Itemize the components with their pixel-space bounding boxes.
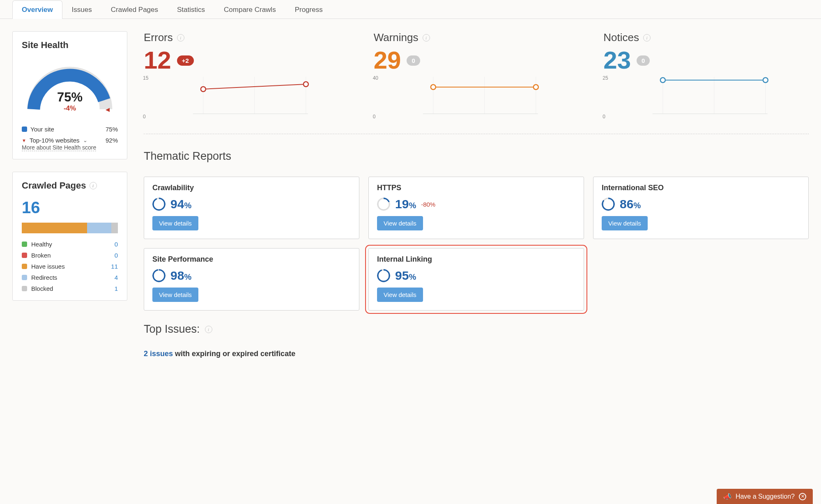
crawled-pages-value: 4	[115, 274, 118, 281]
square-icon	[22, 286, 27, 291]
crawled-pages-row[interactable]: Broken 0	[22, 252, 118, 259]
stat-warnings: Warnings i 29 0 40 0	[374, 31, 579, 118]
square-icon	[22, 253, 27, 258]
axis-label: 15	[143, 75, 148, 81]
crawled-pages-label: Blocked	[31, 285, 53, 292]
axis-label: 0	[373, 114, 376, 120]
report-percent: 95%	[395, 269, 416, 283]
crawled-pages-bar-segment	[22, 223, 87, 233]
info-icon[interactable]: i	[205, 326, 212, 333]
svg-point-19	[660, 78, 665, 83]
crawled-pages-bar	[22, 223, 118, 233]
site-health-delta: -4%	[22, 104, 118, 113]
legend-value: 92%	[106, 137, 118, 144]
errors-chart: 15 0	[144, 77, 349, 118]
tab-crawled-pages[interactable]: Crawled Pages	[101, 0, 168, 19]
crawled-pages-card: Crawled Pages i 16 Healthy 0 Broken 0 Ha…	[12, 172, 127, 301]
tab-progress[interactable]: Progress	[285, 0, 332, 19]
crawled-pages-row[interactable]: Blocked 1	[22, 285, 118, 292]
top-issue-row[interactable]: 2 issues with expiring or expired certif…	[144, 350, 809, 358]
donut-icon	[377, 198, 390, 211]
crawled-pages-row[interactable]: Have issues 11	[22, 263, 118, 270]
crawled-pages-title: Crawled Pages	[22, 180, 86, 191]
crawled-pages-label: Healthy	[31, 241, 52, 248]
square-icon	[22, 275, 27, 280]
report-title: Crawlability	[152, 184, 351, 192]
axis-label: 0	[143, 114, 146, 120]
svg-point-5	[201, 87, 206, 92]
crawled-pages-value: 0	[115, 241, 118, 248]
tab-statistics[interactable]: Statistics	[168, 0, 214, 19]
square-icon	[22, 242, 27, 247]
tab-issues[interactable]: Issues	[62, 0, 101, 19]
report-card: Internal Linking 95% View details	[368, 248, 584, 311]
view-details-button[interactable]: View details	[152, 216, 198, 230]
crawled-pages-value: 1	[115, 285, 118, 292]
info-icon[interactable]: i	[423, 34, 430, 41]
crawled-pages-bar-segment	[87, 223, 111, 233]
crawled-pages-label: Broken	[31, 252, 51, 259]
chevron-down-icon: ⌄	[83, 137, 87, 143]
donut-icon	[152, 269, 166, 282]
crawled-pages-label: Redirects	[31, 274, 57, 281]
thematic-reports-grid: Crawlability 94% View details HTTPS 19% …	[144, 177, 809, 311]
view-details-button[interactable]: View details	[152, 288, 198, 302]
axis-label: 25	[603, 75, 608, 81]
site-health-card: Site Health 75% -4% ◀ Your site 75% ▼	[12, 31, 127, 159]
legend-label: Your site	[30, 126, 54, 133]
donut-icon	[602, 198, 615, 211]
stat-badge: +2	[177, 55, 194, 66]
svg-point-12	[431, 85, 436, 90]
report-percent: 94%	[170, 197, 191, 211]
report-title: Internal Linking	[377, 255, 575, 264]
crawled-pages-row[interactable]: Redirects 4	[22, 274, 118, 281]
report-percent: 86%	[620, 197, 641, 211]
stat-value: 29	[374, 48, 401, 73]
report-card: International SEO 86% View details	[593, 177, 809, 239]
top-issue-text: with expiring or expired certificate	[173, 350, 295, 358]
crawled-pages-row[interactable]: Healthy 0	[22, 241, 118, 248]
legend-label: Top-10% websites	[30, 137, 80, 144]
view-details-button[interactable]: View details	[377, 216, 423, 230]
report-title: International SEO	[602, 184, 800, 192]
report-percent: 98%	[170, 269, 191, 283]
stat-badge: 0	[407, 55, 420, 66]
top-issue-link[interactable]: 2 issues	[144, 350, 173, 358]
svg-point-6	[304, 82, 308, 87]
stat-value: 23	[603, 48, 631, 73]
square-icon	[22, 127, 27, 132]
svg-point-20	[763, 78, 768, 83]
crawled-pages-bar-segment	[111, 223, 118, 233]
tab-overview[interactable]: Overview	[12, 0, 62, 19]
report-card: HTTPS 19% -80% View details	[368, 177, 584, 239]
crawled-pages-count: 16	[22, 198, 118, 217]
stats-row: Errors i 12 +2 15 0	[144, 31, 809, 118]
tab-compare-crawls[interactable]: Compare Crawls	[214, 0, 285, 19]
report-title: HTTPS	[377, 184, 575, 192]
stat-title: Notices	[603, 31, 639, 44]
site-health-more-link[interactable]: More about Site Health score	[22, 144, 96, 151]
divider	[144, 133, 809, 134]
info-icon[interactable]: i	[90, 182, 97, 189]
warnings-chart: 40 0	[374, 77, 579, 118]
axis-label: 40	[373, 75, 378, 81]
stat-value: 12	[144, 48, 171, 73]
donut-icon	[152, 198, 166, 211]
square-icon	[22, 264, 27, 269]
view-details-button[interactable]: View details	[377, 288, 423, 302]
info-icon[interactable]: i	[643, 34, 651, 41]
report-card: Crawlability 94% View details	[144, 177, 359, 239]
report-percent: 19%	[395, 197, 416, 211]
legend-value: 75%	[106, 126, 118, 133]
donut-icon	[377, 269, 390, 282]
tabs: Overview Issues Crawled Pages Statistics…	[0, 0, 821, 19]
view-details-button[interactable]: View details	[602, 216, 648, 230]
top-issues-title: Top Issues: i	[144, 323, 809, 336]
report-card: Site Performance 98% View details	[144, 248, 359, 311]
crawled-pages-value: 0	[115, 252, 118, 259]
info-icon[interactable]: i	[177, 34, 184, 41]
legend-top10[interactable]: ▼ Top-10% websites ⌄ 92%	[22, 137, 118, 144]
caret-down-icon: ▼	[22, 138, 26, 143]
stat-title: Errors	[144, 31, 173, 44]
site-health-title: Site Health	[22, 40, 118, 51]
